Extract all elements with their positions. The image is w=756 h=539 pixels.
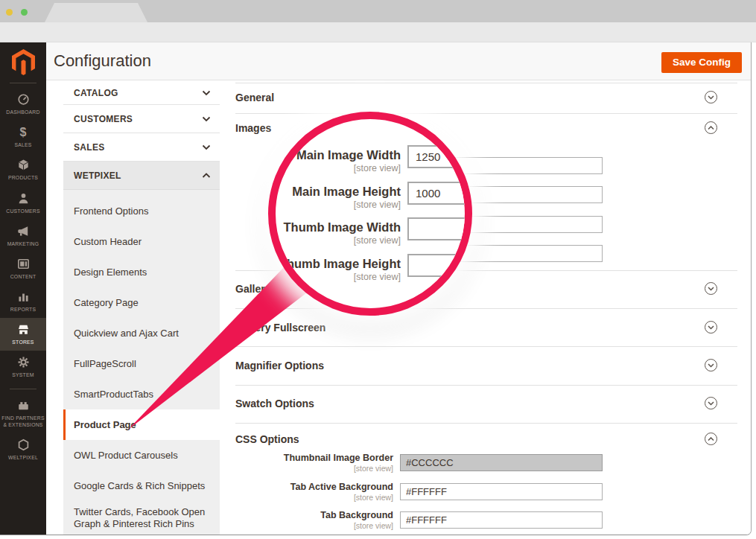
sidebar-item-products[interactable]: PRODUCTS [0, 153, 46, 186]
sidebar-item-label: FIND PARTNERS & EXTENSIONS [1, 415, 45, 428]
magento-logo[interactable] [0, 42, 46, 81]
fullscreen-button[interactable] [21, 9, 28, 16]
section-css-chevron-up-icon[interactable] [705, 433, 717, 445]
megaphone-icon [16, 224, 31, 238]
sidebar-item-label: STORES [12, 339, 34, 345]
divider [235, 346, 737, 347]
sidebar-item-label: REPORTS [10, 306, 36, 313]
brick-icon [16, 398, 31, 412]
loupe-label-main-image-height: Main Image Height[store view] [276, 185, 401, 210]
section-label: Gallery Fullscreen [235, 322, 325, 334]
section-general-chevron-down-icon[interactable] [705, 91, 717, 103]
submenu-item-category-page[interactable]: Category Page [63, 287, 220, 318]
submenu-item-design-elements[interactable]: Design Elements [63, 257, 220, 287]
section-gallery-chevron-down-icon[interactable] [705, 282, 717, 295]
sidebar-item-weltpixel[interactable]: WELTPIXEL [0, 433, 46, 466]
divider [235, 83, 737, 83]
chevron-down-icon [202, 114, 211, 124]
admin-sidebar: DASHBOARD $ SALES PRODUCTS CUSTOMERS [0, 42, 46, 535]
menu-section-label: CUSTOMERS [74, 114, 202, 124]
chevron-down-icon [202, 88, 211, 98]
section-label: Swatch Options [235, 398, 314, 409]
section-gallery-fullscreen[interactable]: Gallery Fullscreen [235, 319, 737, 337]
page-header: Configuration Save Config [46, 42, 752, 80]
browser-titlebar [0, 0, 756, 22]
divider [235, 423, 737, 424]
menu-section-customers[interactable]: CUSTOMERS [63, 105, 220, 133]
hexagon-icon [16, 438, 31, 452]
save-config-button[interactable]: Save Config [661, 52, 742, 73]
sidebar-item-label: DASHBOARD [6, 109, 39, 115]
bar-chart-icon [16, 290, 31, 304]
magnifier-loupe: Main Image Width[store view] Main Image … [268, 112, 472, 316]
submenu-item-twitter-cards[interactable]: Twitter Cards, Facebook Open Graph & Pin… [63, 501, 220, 535]
sidebar-item-marketing[interactable]: MARKETING [0, 220, 46, 252]
submenu-item-smartproducttabs[interactable]: SmartProductTabs [63, 379, 220, 409]
divider [235, 385, 737, 386]
submenu-item-fullpagescroll[interactable]: FullPageScroll [63, 348, 220, 379]
sidebar-item-sales[interactable]: $ SALES [0, 121, 46, 153]
sidebar-item-find-partners[interactable]: FIND PARTNERS & EXTENSIONS [0, 394, 46, 433]
submenu-item-product-page[interactable]: Product Page [63, 409, 220, 440]
layout-icon [16, 257, 31, 271]
loupe-label-thumb-image-width: Thumb Image Width[store view] [276, 220, 401, 246]
sidebar-item-label: SALES [14, 141, 31, 148]
section-label: Images [235, 122, 271, 134]
section-label: CSS Options [235, 433, 299, 445]
section-magnifier-chevron-down-icon[interactable] [705, 359, 717, 371]
sidebar-item-customers[interactable]: CUSTOMERS [0, 187, 46, 220]
sidebar-divider [10, 389, 36, 389]
sidebar-item-dashboard[interactable]: DASHBOARD [0, 88, 46, 121]
sidebar-item-label: SYSTEM [12, 371, 34, 378]
submenu-item-google-cards[interactable]: Google Cards & Rich Snippets [63, 471, 220, 501]
person-icon [16, 191, 31, 205]
sidebar-item-label: CUSTOMERS [6, 208, 40, 214]
sidebar-item-system[interactable]: SYSTEM [0, 351, 46, 383]
tab-active-background-input[interactable] [400, 483, 603, 500]
section-label: Magnifier Options [235, 360, 324, 371]
menu-section-catalog[interactable]: CATALOG [63, 82, 220, 105]
section-gallery-fullscreen-chevron-down-icon[interactable] [705, 321, 717, 334]
menu-section-wetpixel[interactable]: WETPIXEL [63, 162, 220, 190]
sidebar-item-label: WELTPIXEL [8, 454, 38, 461]
sidebar-item-reports[interactable]: REPORTS [0, 285, 46, 318]
tab-background-input[interactable] [400, 511, 603, 529]
section-magnifier-options[interactable]: Magnifier Options [235, 357, 737, 374]
minimize-button[interactable] [6, 9, 13, 16]
browser-tab[interactable] [45, 3, 147, 22]
field-label-tab-active-background: Tab Active Background[store view] [235, 482, 393, 502]
dollar-icon: $ [20, 125, 27, 139]
section-swatch-options[interactable]: Swatch Options [235, 395, 737, 412]
chevron-up-icon [202, 170, 211, 181]
submenu-item-frontend-options[interactable]: Frontend Options [63, 196, 220, 226]
submenu-item-custom-header[interactable]: Custom Header [63, 226, 220, 257]
field-label-tab-background: Tab Background[store view] [235, 510, 393, 530]
divider [235, 113, 737, 114]
thumbnail-image-border-input[interactable] [400, 454, 603, 471]
menu-section-label: SALES [74, 142, 202, 153]
section-css-options[interactable]: CSS Options [235, 430, 737, 448]
chevron-down-icon [202, 142, 211, 153]
gear-icon [16, 355, 31, 369]
sidebar-divider [10, 83, 36, 83]
section-label: Gallery [235, 283, 270, 295]
sidebar-item-content[interactable]: CONTENT [0, 252, 46, 285]
sidebar-item-label: CONTENT [10, 273, 36, 280]
loupe-label-main-image-width: Main Image Width[store view] [276, 148, 401, 173]
loupe-main-image-height-input[interactable] [407, 182, 472, 205]
section-general[interactable]: General [235, 89, 737, 106]
loupe-label-thumb-image-height: Thumb Image Height[store view] [276, 257, 401, 282]
submenu-item-quickview[interactable]: Quickview and Ajax Cart [63, 318, 220, 348]
menu-section-label: WETPIXEL [74, 170, 202, 181]
section-label: General [235, 92, 274, 103]
sidebar-item-stores[interactable]: STORES [0, 318, 46, 351]
submenu-item-owl-carousels[interactable]: OWL Product Carousels [63, 440, 220, 471]
screenshot-root: DASHBOARD $ SALES PRODUCTS CUSTOMERS [0, 0, 756, 539]
section-swatch-chevron-down-icon[interactable] [705, 397, 717, 409]
divider [235, 308, 737, 309]
menu-section-sales[interactable]: SALES [63, 133, 220, 162]
loupe-thumb-image-width-input[interactable] [407, 217, 472, 240]
section-images-chevron-up-icon[interactable] [705, 121, 717, 134]
menu-section-label: CATALOG [74, 88, 202, 98]
sidebar-item-label: MARKETING [7, 240, 39, 247]
